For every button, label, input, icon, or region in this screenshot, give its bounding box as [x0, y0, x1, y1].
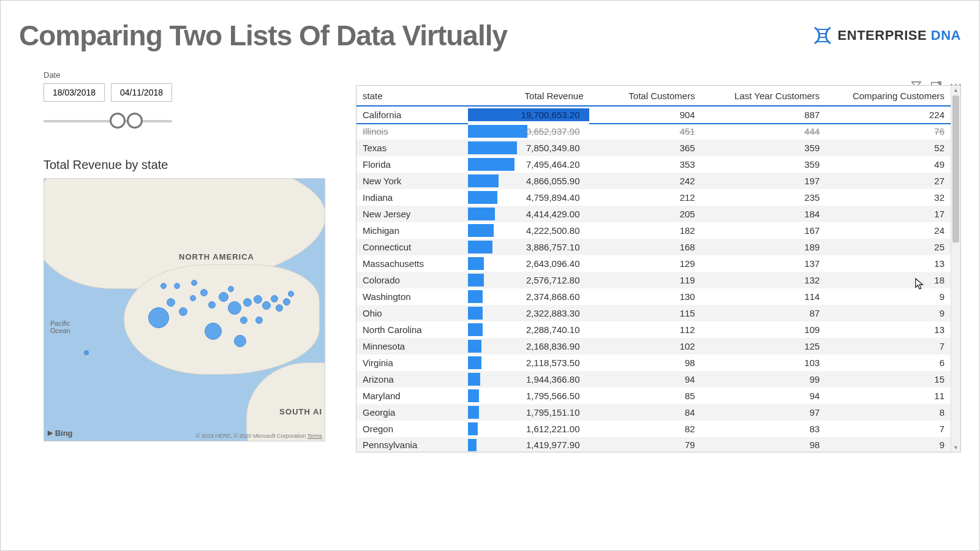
scroll-up-arrow[interactable]: ▴ [952, 86, 959, 94]
table-header-row[interactable]: state Total Revenue Total Customers Last… [356, 86, 951, 107]
table-row[interactable]: Connecticut3,886,757.1016818925 [356, 239, 951, 255]
table-row[interactable]: Maryland1,795,566.50859411 [356, 388, 951, 404]
table-row[interactable]: Texas7,850,349.8036535952 [356, 140, 951, 156]
table-row[interactable]: Indiana4,759,894.4021223532 [356, 189, 951, 206]
table-row[interactable]: New York4,866,055.9024219727 [356, 173, 951, 189]
table-row[interactable]: Illinois9,652,937.9045144476 [356, 123, 951, 140]
table-row[interactable]: Massachusetts2,643,096.4012913713 [356, 255, 951, 272]
map-ocean-label: Pacific Ocean [50, 320, 70, 334]
col-total-revenue[interactable]: Total Revenue [468, 86, 589, 107]
table-row[interactable]: North Carolina2,288,740.1011210913 [356, 321, 951, 338]
table-row[interactable]: Virginia2,118,573.50981036 [356, 354, 951, 371]
table-row[interactable]: Colorado2,576,712.8011913218 [356, 272, 951, 288]
table-row[interactable]: Oregon1,612,221.0082837 [356, 421, 951, 437]
table-row[interactable]: Ohio2,322,883.30115879 [356, 305, 951, 321]
map-attribution: © 2019 HERE, © 2020 Microsoft Corporatio… [196, 433, 322, 439]
table-row[interactable]: Arizona1,944,366.80949915 [356, 371, 951, 388]
map-terms-link[interactable]: Terms [307, 433, 323, 439]
vertical-scrollbar[interactable]: ▴ ▾ [951, 86, 960, 452]
date-slicer-label: Date [43, 70, 325, 80]
map-south-label: SOUTH AI [279, 407, 322, 416]
slider-handle-from[interactable] [110, 113, 126, 129]
brand-logo: ENTERPRISE DNA [812, 26, 961, 45]
table-row[interactable]: Washington2,374,868.601301149 [356, 288, 951, 305]
col-comparing-customers[interactable]: Comparing Customers [826, 86, 951, 107]
table-row[interactable]: Minnesota2,168,836.901021257 [356, 338, 951, 354]
table-row[interactable]: Pennsylvania1,419,977.9079989 [356, 437, 951, 452]
brand-text: ENTERPRISE DNA [838, 28, 961, 43]
map-continent-label: NORTH AMERICA [179, 252, 254, 261]
map-title: Total Revenue by state [43, 158, 325, 172]
scroll-down-arrow[interactable]: ▾ [952, 443, 959, 452]
date-from-input[interactable]: 18/03/2018 [43, 83, 105, 102]
col-last-year-customers[interactable]: Last Year Customers [701, 86, 826, 107]
table-row[interactable]: Florida7,495,464.2035335949 [356, 156, 951, 173]
date-range-slider[interactable] [43, 109, 172, 133]
map-visual[interactable]: NORTH AMERICA Pacific Ocean SOUTH AI [43, 178, 325, 441]
table-row[interactable]: Georgia1,795,151.1084978 [356, 404, 951, 421]
col-state[interactable]: state [356, 86, 468, 107]
table-row[interactable]: Michigan4,222,500.8018216724 [356, 222, 951, 239]
col-total-customers[interactable]: Total Customers [589, 86, 701, 107]
map-provider: ▸ Bing [48, 427, 73, 438]
page-title: Comparing Two Lists Of Data Virtually [19, 19, 507, 52]
slider-handle-to[interactable] [127, 113, 143, 129]
table-visual[interactable]: state Total Revenue Total Customers Last… [356, 85, 961, 452]
scroll-thumb[interactable] [952, 96, 959, 242]
date-to-input[interactable]: 04/11/2018 [111, 83, 172, 102]
table-row[interactable]: California19,700,653.20904887224 [356, 107, 951, 123]
table-row[interactable]: New Jersey4,414,429.0020518417 [356, 206, 951, 222]
dna-icon [812, 26, 833, 45]
